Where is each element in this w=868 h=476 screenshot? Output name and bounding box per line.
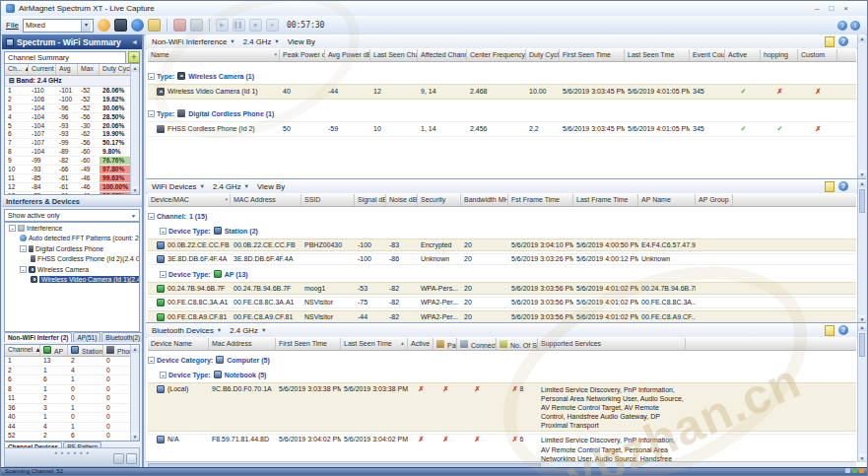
tree-item[interactable]: Auto detected FFT Patterns (count: 20) <box>5 234 139 244</box>
column-header[interactable]: hopping <box>761 49 798 61</box>
collapse-icon[interactable]: - <box>9 225 16 232</box>
column-header[interactable]: SSID <box>301 194 355 206</box>
wifi-band-select[interactable]: 2.4 GHz ▼ <box>213 182 249 191</box>
collapse-icon[interactable]: - <box>148 213 155 220</box>
maximize-button[interactable]: □ <box>829 5 834 13</box>
scrollbar[interactable]: ▲▼ <box>857 34 866 178</box>
save-icon[interactable] <box>190 19 203 32</box>
pause-icon[interactable]: ▌▌ <box>233 19 245 32</box>
channel-row[interactable]: 2-106-100-5219.62% <box>5 96 139 104</box>
table-row[interactable]: 40100 <box>5 413 139 423</box>
column-header[interactable]: Last Seen Tme <box>625 49 690 61</box>
nonwifi-type-select[interactable]: Non-WiFi Interference ▼ <box>152 37 235 46</box>
group-row[interactable]: -Channel:1 (15) <box>148 210 856 222</box>
scroll-thumb[interactable] <box>859 189 865 213</box>
scroll-down-icon[interactable]: ▼ <box>131 433 139 441</box>
scrollbar[interactable]: ▲▼ <box>857 179 866 323</box>
scroll-up-icon[interactable]: ▲ <box>858 323 866 331</box>
group-row[interactable]: -Device Type:AP (13) <box>160 268 856 280</box>
scrollbar[interactable]: ▲▼ <box>130 345 139 441</box>
table-row[interactable]: 8100 <box>5 385 139 395</box>
column-header[interactable]: First Seen Time <box>276 338 341 350</box>
scroll-up-icon[interactable]: ▲ <box>858 34 866 42</box>
collapse-icon[interactable]: - <box>148 357 155 364</box>
export-icon[interactable] <box>825 181 835 192</box>
tree-item[interactable]: Wireless Video Camera (Id 1)(2.4 G... <box>5 275 139 286</box>
pin-icon[interactable]: ◄ <box>131 38 138 45</box>
table-row[interactable]: 6610 <box>5 375 139 385</box>
group-row[interactable]: -Device Type:Notebook (5) <box>160 369 856 380</box>
tree-item[interactable]: -Wireless Camera <box>5 264 139 275</box>
column-header[interactable]: Avg <box>56 64 78 75</box>
collapse-icon[interactable]: - <box>148 110 155 117</box>
column-header[interactable]: Duty Cycle <box>526 49 560 61</box>
mode-select[interactable]: Mixed ▾ <box>23 19 94 33</box>
column-header[interactable]: Peak Power dBm <box>280 49 325 61</box>
column-header[interactable]: Ch... ▲ <box>5 64 29 75</box>
column-header[interactable]: Custom <box>798 49 837 61</box>
add-view-button[interactable]: + <box>128 51 140 63</box>
collapse-icon[interactable]: - <box>160 228 167 235</box>
group-row[interactable]: -Type:Wireless Camera (1) <box>148 70 856 82</box>
column-header[interactable]: AP Name <box>638 194 696 206</box>
group-row[interactable]: -Device Category:Computer (5) <box>148 354 856 366</box>
tree-item[interactable]: FHSS Cordless Phone (Id 2)(2.4 GHz) <box>5 254 139 265</box>
column-header[interactable]: MAC Address <box>231 194 301 206</box>
column-header[interactable]: Center Frequency GHz <box>467 49 526 61</box>
column-header[interactable]: Noise dBm <box>386 194 418 206</box>
tree-item[interactable]: -Digital Cordless Phone <box>5 243 139 254</box>
tab-bluetooth-2-[interactable]: Bluetooth(2) <box>101 332 144 342</box>
help-icon[interactable]: ? <box>837 21 847 31</box>
column-header[interactable]: AP Group <box>696 194 733 206</box>
column-header[interactable]: Name▾ <box>148 49 280 61</box>
group-row[interactable]: -Type:Digital Cordless Phone (1) <box>148 107 856 119</box>
collapse-icon[interactable]: - <box>160 372 167 378</box>
tree-item[interactable]: -Interference <box>5 223 139 234</box>
column-header[interactable]: Active <box>725 49 761 61</box>
collapse-icon[interactable]: - <box>20 266 27 273</box>
show-active-only-select[interactable]: Show active only ▼ <box>4 209 140 222</box>
table-row[interactable]: 3E.8D.DB.6F.4F.4A3E.8D.DB.6F.4F.4A-100-8… <box>148 253 856 266</box>
scroll-up-icon[interactable]: ▲ <box>131 345 139 353</box>
bluetooth-type-select[interactable]: Bluetooth Devices ▼ <box>152 326 222 335</box>
table-row[interactable]: 00.FE.C8.A9.CF.8100.FE.C8.A9.CF.81NSVisi… <box>148 310 856 323</box>
channel-row[interactable]: 5-104-93-3020.06% <box>5 122 139 131</box>
column-header[interactable]: Avg Power dBm <box>325 49 370 61</box>
table-row[interactable]: FHSS Cordless Phone (Id 2)50-59101, 142.… <box>148 121 856 137</box>
info-icon[interactable]: i <box>850 21 860 31</box>
column-header[interactable]: Phone <box>103 345 133 356</box>
column-header[interactable]: Mac Address <box>209 338 276 350</box>
scrollbar[interactable]: ▲▼ <box>857 323 866 462</box>
wifi-type-select[interactable]: WiFi Devices ▼ <box>152 182 205 191</box>
column-header[interactable]: First Seen Time <box>560 49 625 61</box>
column-header[interactable]: Max <box>78 64 100 75</box>
channel-row[interactable]: 1-110-101-5226.06% <box>5 87 139 96</box>
minimize-button[interactable]: – <box>815 5 819 13</box>
channel-row[interactable]: 4-104-96-5628.50% <box>5 113 139 122</box>
view-by-label[interactable]: View By <box>288 37 315 46</box>
channel-row[interactable]: 11-85-61-4699.63% <box>5 174 139 183</box>
table-row[interactable]: 00.0B.22.CE.CC.FB00.0B.22.CE.CC.FBPBHZ00… <box>148 238 856 251</box>
channel-row[interactable]: 7-107-99-5650.17% <box>5 139 139 148</box>
export-icon[interactable] <box>825 36 835 47</box>
table-row[interactable]: 00.24.7B.94.6B.7F00.24.7B.94.6B.7Fmoog1-… <box>148 282 856 295</box>
table-row[interactable]: 2140 <box>5 367 139 376</box>
help-icon[interactable]: ? <box>838 181 848 191</box>
column-header[interactable]: Affected Channels <box>418 49 467 61</box>
column-header[interactable]: No. Of Srvices <box>497 338 538 350</box>
camera-tool-icon[interactable] <box>114 19 127 32</box>
splitter-grip[interactable]: ● ● ● ● ● ● <box>54 449 90 455</box>
report-icon[interactable] <box>173 19 186 32</box>
channel-row[interactable]: 12-84-61-46100.00% <box>5 183 139 192</box>
column-header[interactable]: Station <box>68 345 103 356</box>
table-row[interactable]: (Local)9C.B6.D0.F0.70.1A5/6/2019 3:03:38… <box>148 382 856 432</box>
table-row[interactable]: 11200 <box>5 394 139 404</box>
collapse-icon[interactable]: - <box>148 73 155 80</box>
open-folder-icon[interactable] <box>148 19 161 32</box>
scroll-up-icon[interactable]: ▲ <box>131 64 139 72</box>
scroll-down-icon[interactable]: ▼ <box>858 454 866 462</box>
column-header[interactable]: Device/MAC▾ <box>148 194 231 206</box>
column-header[interactable]: Channel ▲ <box>5 345 40 356</box>
monitor-view-icon[interactable] <box>126 453 137 464</box>
scroll-thumb[interactable] <box>859 333 865 357</box>
